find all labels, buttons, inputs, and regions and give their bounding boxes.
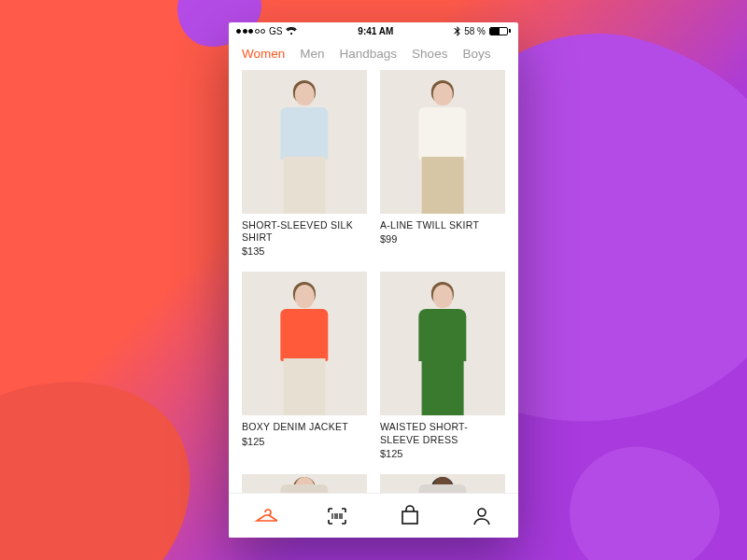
svg-rect-0: [402, 511, 417, 524]
product-price: $99: [380, 233, 505, 245]
tab-boys[interactable]: Boys: [462, 47, 490, 61]
product-price: $135: [242, 245, 367, 257]
svg-point-1: [478, 509, 486, 516]
tab-women[interactable]: Women: [242, 47, 285, 61]
status-time: 9:41 AM: [358, 26, 393, 36]
status-left: GS: [236, 26, 297, 36]
product-name: BOXY DENIM JACKET: [242, 421, 367, 433]
tab-handbags[interactable]: Handbags: [340, 47, 398, 61]
product-image: [242, 70, 367, 214]
product-image: [380, 70, 505, 214]
product-card[interactable]: [242, 474, 367, 493]
bag-icon[interactable]: [398, 504, 422, 528]
product-grid[interactable]: SHORT-SLEEVED SILK SHIRT $135 A-LINE TWI…: [229, 70, 518, 493]
tab-shoes[interactable]: Shoes: [412, 47, 447, 61]
battery-pct: 58 %: [464, 26, 486, 36]
product-name: WAISTED SHORT-SLEEVE DRESS: [380, 421, 505, 445]
product-name: A-LINE TWILL SKIRT: [380, 219, 505, 231]
battery-icon: [489, 27, 511, 35]
tab-men[interactable]: Men: [300, 47, 324, 61]
product-image: [380, 272, 505, 415]
status-bar: GS 9:41 AM 58 %: [229, 22, 518, 39]
bluetooth-icon: [454, 26, 460, 36]
category-tabs: Women Men Handbags Shoes Boys: [229, 39, 518, 70]
hanger-icon[interactable]: [253, 504, 277, 528]
bottom-tabbar: [229, 493, 518, 538]
bg-blob: [559, 436, 729, 560]
product-card[interactable]: BOXY DENIM JACKET $125: [242, 272, 367, 458]
product-image: [242, 474, 367, 493]
product-name: SHORT-SLEEVED SILK SHIRT: [242, 219, 367, 244]
barcode-icon[interactable]: [325, 504, 349, 528]
background: GS 9:41 AM 58 % Women Men Handbags Shoes…: [0, 0, 747, 560]
status-right: 58 %: [454, 26, 511, 36]
product-card[interactable]: WAISTED SHORT-SLEEVE DRESS $125: [380, 272, 505, 458]
product-price: $125: [242, 436, 367, 447]
product-price: $125: [380, 448, 505, 459]
phone-frame: GS 9:41 AM 58 % Women Men Handbags Shoes…: [229, 22, 518, 538]
product-card[interactable]: SHORT-SLEEVED SILK SHIRT $135: [242, 70, 367, 257]
wifi-icon: [286, 27, 297, 35]
product-image: [242, 272, 367, 415]
carrier-label: GS: [269, 26, 282, 36]
profile-icon[interactable]: [470, 504, 494, 528]
product-card[interactable]: [380, 474, 505, 493]
bg-blob: [0, 343, 229, 560]
signal-icon: [236, 29, 265, 34]
product-card[interactable]: A-LINE TWILL SKIRT $99: [380, 70, 505, 257]
product-image: [380, 474, 505, 493]
